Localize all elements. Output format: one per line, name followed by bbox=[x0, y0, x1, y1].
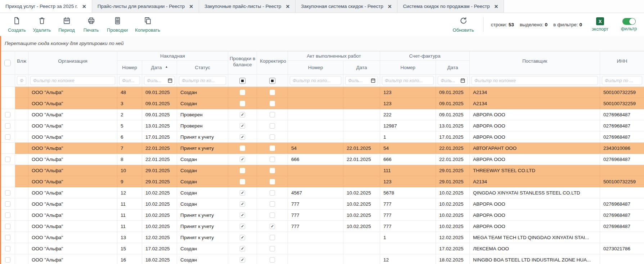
tab-close-icon[interactable]: ✕ bbox=[494, 4, 498, 9]
row-select-checkbox[interactable] bbox=[5, 201, 10, 207]
filter-input-act-number[interactable] bbox=[290, 76, 341, 85]
table-row[interactable]: ООО "Альфа"4809.01.2025Создан12309.01.20… bbox=[0, 87, 644, 98]
calendar-picker-icon[interactable] bbox=[460, 78, 465, 83]
cell-correction-checkbox[interactable] bbox=[270, 179, 275, 184]
cell-postings-checkbox[interactable] bbox=[240, 112, 245, 117]
period-button[interactable]: Период bbox=[56, 16, 77, 33]
table-row[interactable]: ООО "Альфа"617.01.2025Принят к учету117.… bbox=[0, 131, 644, 143]
column-header-sf-date[interactable]: Дата bbox=[436, 61, 470, 75]
create-button[interactable]: Создать bbox=[6, 16, 28, 33]
tab-close-icon[interactable]: ✕ bbox=[82, 4, 86, 9]
cell-postings-checkbox[interactable] bbox=[240, 212, 245, 218]
table-row[interactable]: ООО "Альфа"1110.02.2025Принят к учету777… bbox=[0, 221, 644, 232]
cell-correction-checkbox[interactable] bbox=[270, 90, 275, 95]
cell-postings-checkbox[interactable] bbox=[240, 190, 245, 196]
select-all-checkbox[interactable] bbox=[4, 60, 11, 66]
tab-close-icon[interactable]: ✕ bbox=[285, 4, 290, 9]
cell-correction-checkbox[interactable] bbox=[270, 168, 275, 173]
table-row[interactable]: ООО "Альфа"722.01.2025Принят к учету5422… bbox=[0, 143, 644, 154]
filter-input-inn[interactable] bbox=[602, 76, 642, 85]
cell-correction-checkbox[interactable] bbox=[270, 157, 275, 162]
column-header-vlozhenie[interactable]: Влж bbox=[15, 52, 28, 75]
table-row[interactable]: ООО "Альфа"1110.02.2025Принят к учету777… bbox=[0, 210, 644, 221]
tab-5[interactable]: Система скидок по продажам - Реестр✕ bbox=[397, 0, 504, 13]
tab-1[interactable]: Приход услуг - Реестр за 2025 г.✕ bbox=[0, 0, 92, 13]
cell-correction-checkbox[interactable] bbox=[270, 212, 275, 218]
table-row[interactable]: ООО "Альфа"1029.01.2025Создан11129.01.20… bbox=[0, 165, 644, 176]
cell-correction-checkbox[interactable] bbox=[270, 224, 275, 229]
column-header-sf-number[interactable]: Номер bbox=[380, 61, 436, 75]
row-select-checkbox[interactable] bbox=[5, 90, 10, 95]
cell-postings-checkbox[interactable] bbox=[240, 235, 245, 240]
filter-input-supplier[interactable] bbox=[472, 76, 598, 85]
cell-correction-checkbox[interactable] bbox=[270, 235, 275, 240]
column-header-act-date[interactable]: Дата bbox=[343, 61, 380, 75]
postings-button[interactable]: Проводки bbox=[105, 16, 130, 33]
cell-postings-checkbox[interactable] bbox=[240, 168, 245, 173]
row-select-checkbox[interactable] bbox=[5, 190, 10, 196]
cell-postings-checkbox[interactable] bbox=[240, 146, 245, 151]
refresh-button[interactable]: Обновить bbox=[451, 16, 476, 33]
filter-checkbox-indeterminate[interactable] bbox=[239, 78, 246, 84]
table-row[interactable]: ООО "Альфа"1618.02.2025Создан1218.02.202… bbox=[0, 254, 644, 264]
row-select-checkbox[interactable] bbox=[5, 212, 10, 218]
calendar-picker-icon[interactable] bbox=[370, 78, 376, 83]
table-row[interactable]: ООО "Альфа"1517.02.2025Создан17.02.2025Л… bbox=[0, 243, 644, 254]
column-header-correction[interactable]: Корректиро bbox=[257, 52, 288, 75]
cell-postings-checkbox[interactable] bbox=[240, 201, 245, 207]
cell-postings-checkbox[interactable] bbox=[240, 246, 245, 251]
grouping-drop-zone[interactable]: Перетащите сюда колонку для группировки … bbox=[0, 36, 644, 51]
table-row[interactable]: ООО "Альфа"822.01.2025Создан66622.01.202… bbox=[0, 154, 644, 165]
column-header-invoice-date[interactable]: Дата▲ bbox=[142, 61, 177, 75]
row-select-checkbox[interactable] bbox=[5, 179, 10, 184]
filter-input-invoice-number[interactable] bbox=[119, 76, 140, 85]
tab-close-icon[interactable]: ✕ bbox=[388, 4, 392, 9]
filter-toggle[interactable]: фильтр bbox=[618, 17, 640, 32]
row-select-checkbox[interactable] bbox=[5, 235, 10, 240]
table-row[interactable]: ООО "Альфа"513.01.2025Проверен1298713.01… bbox=[0, 120, 644, 131]
table-row[interactable]: ООО "Альфа"1110.02.2025Создан77710.02.20… bbox=[0, 198, 644, 210]
table-row[interactable]: ООО "Альфа"1312.02.2025Принят к учету112… bbox=[0, 232, 644, 243]
cell-correction-checkbox[interactable] bbox=[270, 146, 275, 151]
column-header-organization[interactable]: Организация bbox=[28, 52, 117, 75]
column-header-supplier[interactable]: Поставщик bbox=[470, 52, 600, 75]
cell-postings-checkbox[interactable] bbox=[240, 134, 245, 140]
tab-3[interactable]: Закупочные прайс-листы - Реестр✕ bbox=[199, 0, 296, 13]
cell-correction-checkbox[interactable] bbox=[270, 101, 275, 106]
row-select-checkbox[interactable] bbox=[5, 146, 10, 151]
table-row[interactable]: ООО "Альфа"209.01.2025Проверен22209.01.2… bbox=[0, 109, 644, 120]
column-header-invoice-number[interactable]: Номер bbox=[117, 61, 142, 75]
cell-postings-checkbox[interactable] bbox=[240, 179, 245, 184]
cell-postings-checkbox[interactable] bbox=[240, 90, 245, 95]
column-header-postings-in-balance[interactable]: Проводки в балансе bbox=[228, 52, 257, 75]
filter-input-vlozhenie[interactable] bbox=[17, 76, 26, 85]
row-select-checkbox[interactable] bbox=[5, 134, 10, 140]
tab-close-icon[interactable]: ✕ bbox=[189, 4, 193, 9]
export-button[interactable]: X экспорт bbox=[589, 17, 611, 32]
filter-checkbox-indeterminate[interactable] bbox=[269, 78, 275, 84]
calendar-picker-icon[interactable] bbox=[167, 78, 173, 83]
cell-postings-checkbox[interactable] bbox=[240, 123, 245, 129]
cell-correction-checkbox[interactable] bbox=[270, 123, 275, 129]
column-header-status[interactable]: Статус bbox=[177, 61, 228, 75]
print-button[interactable]: Печать bbox=[80, 16, 102, 33]
row-select-checkbox[interactable] bbox=[5, 157, 10, 162]
cell-correction-checkbox[interactable] bbox=[270, 112, 275, 117]
cell-correction-checkbox[interactable] bbox=[270, 190, 275, 196]
toggle-on-icon[interactable] bbox=[622, 18, 636, 25]
row-select-checkbox[interactable] bbox=[5, 257, 10, 263]
tab-4[interactable]: Закупочная система скидок - Реестр✕ bbox=[296, 0, 397, 13]
column-header-act-number[interactable]: Номер bbox=[288, 61, 343, 75]
column-header-inn[interactable]: ИНН bbox=[600, 52, 644, 75]
cell-postings-checkbox[interactable] bbox=[240, 257, 245, 263]
filter-input-status[interactable] bbox=[179, 76, 226, 85]
cell-correction-checkbox[interactable] bbox=[270, 134, 275, 140]
row-select-checkbox[interactable] bbox=[5, 246, 10, 251]
tab-2[interactable]: Прайс-листы для реализации - Реестр✕ bbox=[92, 0, 199, 13]
cell-correction-checkbox[interactable] bbox=[270, 201, 275, 207]
cell-postings-checkbox[interactable] bbox=[240, 101, 245, 106]
cell-correction-checkbox[interactable] bbox=[270, 246, 275, 251]
row-select-checkbox[interactable] bbox=[5, 112, 10, 117]
delete-button[interactable]: Удалить bbox=[31, 16, 53, 33]
row-select-checkbox[interactable] bbox=[5, 168, 10, 173]
